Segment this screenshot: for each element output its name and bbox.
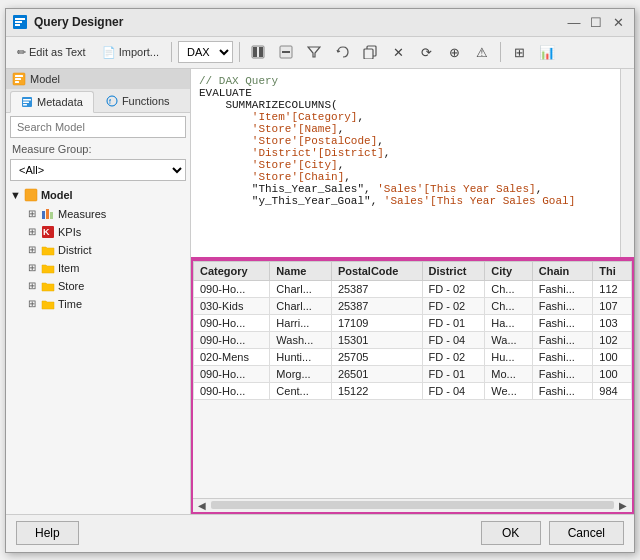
model-tree-icon bbox=[24, 188, 38, 202]
district-label: District bbox=[58, 244, 92, 256]
grid-button[interactable]: ⊞ bbox=[507, 40, 531, 64]
svg-rect-1 bbox=[15, 18, 25, 20]
tree-node-time[interactable]: ⊞ Time bbox=[6, 295, 190, 313]
metadata-icon bbox=[21, 96, 33, 108]
table-row: 030-KidsCharl...25387FD - 02Ch...Fashi..… bbox=[194, 297, 632, 314]
svg-rect-19 bbox=[23, 104, 27, 106]
scroll-left-button[interactable]: ◀ bbox=[195, 499, 209, 512]
tree-node-measures[interactable]: ⊞ Measures bbox=[6, 205, 190, 223]
table-cell: Hunti... bbox=[270, 348, 332, 365]
table-cell: 090-Ho... bbox=[194, 382, 270, 399]
tab-functions[interactable]: f Functions bbox=[96, 91, 180, 112]
store-label: Store bbox=[58, 280, 84, 292]
filter-button[interactable] bbox=[302, 40, 326, 64]
table-cell: Wash... bbox=[270, 331, 332, 348]
separator-1 bbox=[171, 42, 172, 62]
tree-node-kpis[interactable]: ⊞ K KPIs bbox=[6, 223, 190, 241]
cancel-query-button[interactable] bbox=[274, 40, 298, 64]
svg-rect-6 bbox=[259, 47, 263, 57]
scroll-right-button[interactable]: ▶ bbox=[616, 499, 630, 512]
cancel-button[interactable]: Cancel bbox=[549, 521, 624, 545]
refresh-button[interactable]: ⟳ bbox=[414, 40, 438, 64]
measures-icon bbox=[41, 207, 55, 221]
ok-button[interactable]: OK bbox=[481, 521, 541, 545]
help-button[interactable]: Help bbox=[16, 521, 79, 545]
folder-icon-store bbox=[41, 279, 55, 293]
dax-line-evaluate: EVALUATE bbox=[199, 87, 626, 99]
dax-comment: // DAX Query bbox=[199, 75, 626, 87]
svg-rect-14 bbox=[15, 78, 21, 80]
tree-node-item[interactable]: ⊞ Item bbox=[6, 259, 190, 277]
col-header-name: Name bbox=[270, 261, 332, 280]
tree-node-store[interactable]: ⊞ Store bbox=[6, 277, 190, 295]
table-row: 020-MensHunti...25705FD - 02Hu...Fashi..… bbox=[194, 348, 632, 365]
horizontal-scrollbar[interactable]: ◀ ▶ bbox=[193, 498, 632, 512]
tree-node-district[interactable]: ⊞ District bbox=[6, 241, 190, 259]
table-cell: 25387 bbox=[331, 280, 422, 297]
table-cell: Fashi... bbox=[532, 365, 593, 382]
table-cell: FD - 02 bbox=[422, 297, 485, 314]
warning-button[interactable]: ⚠ bbox=[470, 40, 494, 64]
table-cell: Fashi... bbox=[532, 382, 593, 399]
table-cell: 030-Kids bbox=[194, 297, 270, 314]
svg-rect-25 bbox=[50, 212, 53, 219]
dax-line-this-year-sales: "This_Year_Sales", 'Sales'[This Year Sal… bbox=[199, 183, 626, 195]
run-query-button[interactable] bbox=[246, 40, 270, 64]
table-cell: Ch... bbox=[485, 280, 532, 297]
export-button[interactable]: 📊 bbox=[535, 40, 559, 64]
item-label: Item bbox=[58, 262, 79, 274]
table-cell: FD - 01 bbox=[422, 365, 485, 382]
svg-rect-2 bbox=[15, 21, 22, 23]
results-table-container[interactable]: Category Name PostalCode District City C… bbox=[193, 261, 632, 498]
tree-root-label: Model bbox=[41, 189, 73, 201]
edit-as-text-button[interactable]: ✏ Edit as Text bbox=[11, 40, 92, 64]
separator-2 bbox=[239, 42, 240, 62]
table-cell: Charl... bbox=[270, 297, 332, 314]
table-cell: Fashi... bbox=[532, 314, 593, 331]
dax-scroll-indicator[interactable] bbox=[620, 69, 634, 257]
add-button[interactable]: ⊕ bbox=[442, 40, 466, 64]
scroll-track[interactable] bbox=[211, 501, 614, 509]
search-input[interactable] bbox=[10, 116, 186, 138]
expand-icon: ⊞ bbox=[26, 226, 38, 238]
table-cell: Fashi... bbox=[532, 280, 593, 297]
query-designer-window: Query Designer — ☐ ✕ ✏ Edit as Text 📄 Im… bbox=[5, 8, 635, 553]
model-header: Model bbox=[6, 69, 190, 89]
dax-dropdown[interactable]: DAX MDX bbox=[178, 41, 233, 63]
delete-button[interactable]: ✕ bbox=[386, 40, 410, 64]
dax-line-store-city: 'Store'[City], bbox=[199, 159, 626, 171]
results-tbody: 090-Ho...Charl...25387FD - 02Ch...Fashi.… bbox=[194, 280, 632, 399]
tab-metadata[interactable]: Metadata bbox=[10, 91, 94, 113]
table-cell: 090-Ho... bbox=[194, 331, 270, 348]
svg-rect-17 bbox=[23, 99, 31, 101]
dax-line-store-chain: 'Store'[Chain], bbox=[199, 171, 626, 183]
close-button[interactable]: ✕ bbox=[608, 12, 628, 32]
time-label: Time bbox=[58, 298, 82, 310]
minimize-button[interactable]: — bbox=[564, 12, 584, 32]
model-label: Model bbox=[30, 73, 60, 85]
table-cell: 102 bbox=[593, 331, 632, 348]
table-cell: 100 bbox=[593, 348, 632, 365]
expand-icon: ⊞ bbox=[26, 298, 38, 310]
dax-line-item-category: 'Item'[Category], bbox=[199, 111, 626, 123]
col-header-city: City bbox=[485, 261, 532, 280]
svg-text:K: K bbox=[43, 227, 50, 237]
table-cell: Mo... bbox=[485, 365, 532, 382]
table-cell: 020-Mens bbox=[194, 348, 270, 365]
footer: Help OK Cancel bbox=[6, 514, 634, 552]
undo-button[interactable] bbox=[330, 40, 354, 64]
import-button[interactable]: 📄 Import... bbox=[96, 40, 165, 64]
tree-root-model[interactable]: ▼ Model bbox=[6, 185, 190, 205]
dax-line-summarize: SUMMARIZECOLUMNS( bbox=[199, 99, 626, 111]
dax-editor[interactable]: // DAX Query EVALUATE SUMMARIZECOLUMNS( … bbox=[191, 69, 634, 259]
table-cell: 090-Ho... bbox=[194, 314, 270, 331]
title-controls: — ☐ ✕ bbox=[564, 12, 628, 32]
table-cell: 090-Ho... bbox=[194, 365, 270, 382]
measure-group-select[interactable]: <All> bbox=[10, 159, 186, 181]
table-cell: 103 bbox=[593, 314, 632, 331]
maximize-button[interactable]: ☐ bbox=[586, 12, 606, 32]
table-cell: 17109 bbox=[331, 314, 422, 331]
table-cell: 984 bbox=[593, 382, 632, 399]
table-cell: 26501 bbox=[331, 365, 422, 382]
copy-button[interactable] bbox=[358, 40, 382, 64]
